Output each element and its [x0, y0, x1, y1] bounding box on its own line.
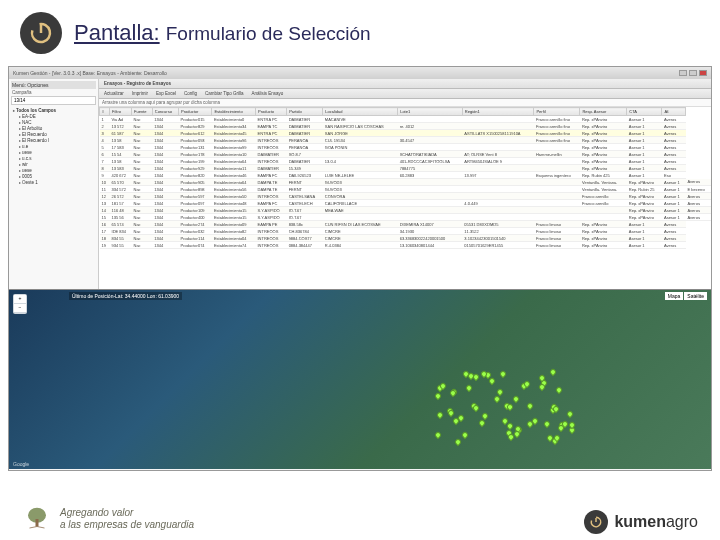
table-row[interactable]: 13181 57Nac1344Productor097Establecimien… — [100, 200, 712, 207]
map-marker[interactable] — [512, 394, 520, 402]
column-header[interactable]: Región1 — [462, 108, 534, 116]
table-cell: EAMPA TC — [256, 123, 287, 130]
map-marker[interactable] — [478, 419, 486, 427]
map-type-satelite[interactable]: Satélite — [684, 292, 707, 300]
table-row[interactable]: 615 54Nac1344Productor178Establecimiento… — [100, 151, 712, 158]
table-cell: GOA PONIN — [323, 144, 398, 151]
cambiar-button[interactable]: Cambiar Tipo Grilla — [203, 91, 246, 96]
table-row[interactable]: 213 572Nac1344Productor829Establecimient… — [100, 123, 712, 130]
map-marker[interactable] — [542, 420, 550, 428]
campana-select[interactable]: 13/14 — [11, 96, 96, 105]
column-header[interactable]: Establecimiento — [212, 108, 256, 116]
table-cell: Productor612 — [179, 130, 212, 137]
column-header[interactable]: Filtro — [110, 108, 132, 116]
table-cell: 3 — [100, 130, 110, 137]
table-row[interactable]: 361 587Nac1344Productor612Establecimient… — [100, 130, 712, 137]
table-row[interactable]: 1665 574Nac1344Productor274Establecimien… — [100, 221, 712, 228]
tab-ensayos[interactable]: Ensayos - Registro de Ensayos — [102, 81, 173, 86]
table-cell: Establecimiento45 — [212, 130, 256, 137]
map-marker[interactable] — [464, 384, 472, 392]
table-cell: 05531 D8XXDMD5 — [462, 221, 534, 228]
table-cell: Establecimiento74 — [212, 242, 256, 249]
table-row[interactable]: 11334 572Nac1344Productor898Establecimie… — [100, 186, 712, 193]
map-marker[interactable] — [434, 431, 442, 439]
analizar-button[interactable]: Análisis Ensayo — [250, 91, 286, 96]
maximize-button[interactable] — [689, 70, 697, 76]
map-marker[interactable] — [461, 431, 469, 439]
close-button[interactable] — [699, 70, 707, 76]
map-marker[interactable] — [526, 401, 534, 409]
map-marker[interactable] — [435, 410, 443, 418]
data-grid[interactable]: #FiltroFuenteConcursoProductorEstablecim… — [99, 107, 711, 289]
column-header[interactable]: Partido — [287, 108, 323, 116]
table-cell: 1344 — [152, 242, 178, 249]
table-row[interactable]: 413 58Nac1344Productor093Establecimiento… — [100, 137, 712, 144]
column-header[interactable]: Resp. Asesor — [580, 108, 627, 116]
table-cell: 17 583 — [110, 144, 132, 151]
column-header[interactable]: # — [100, 108, 110, 116]
table-cell: 1344 — [152, 179, 178, 186]
column-header[interactable]: Af. — [662, 108, 686, 116]
table-cell: Rep. xPAnviro — [627, 193, 662, 200]
table-cell: DAIMATIER — [287, 158, 323, 165]
table-cell: Ventanilla. Ventana. — [580, 179, 627, 186]
table-row[interactable]: 18834 55Nac1344Productor114Establecimien… — [100, 235, 712, 242]
table-cell: Averos — [662, 228, 686, 235]
map-type-mapa[interactable]: Mapa — [665, 292, 684, 300]
map-marker[interactable] — [506, 433, 514, 441]
map-marker[interactable] — [555, 386, 563, 394]
table-cell: 1 — [100, 116, 110, 123]
table-cell: Franco limoso — [534, 221, 580, 228]
table-cell: Franco limoso — [534, 228, 580, 235]
map[interactable]: + − Último de Posición-Lat: 34.44000 Lon… — [9, 289, 711, 469]
column-header[interactable]: Lote1 — [398, 108, 463, 116]
table-row[interactable]: 1065 570Nac1344Productor905Establecimien… — [100, 179, 712, 186]
table-cell: Rep. xPAnviro — [627, 200, 662, 207]
map-marker[interactable] — [434, 392, 442, 400]
refresh-button[interactable]: Actualizar — [102, 91, 126, 96]
table-row[interactable]: 1226 572Nac1344Productor597Establecimien… — [100, 193, 712, 200]
map-marker[interactable] — [499, 369, 507, 377]
table-cell: Establecimiento56 — [212, 186, 256, 193]
table-cell: Productor929 — [179, 165, 212, 172]
table-cell: CIMCRE — [323, 235, 398, 242]
table-cell: E becerro — [686, 186, 712, 193]
map-marker[interactable] — [447, 409, 455, 417]
table-row[interactable]: 1Via AdNac1344Productor015Establecimient… — [100, 116, 712, 123]
minimize-button[interactable] — [679, 70, 687, 76]
map-marker[interactable] — [454, 438, 462, 446]
zoom-out-button[interactable]: − — [14, 304, 26, 312]
table-cell: 1344 — [152, 207, 178, 214]
table-cell: Asesor 1 — [662, 193, 686, 200]
table-row[interactable]: 813 583Nac1344Productor929Establecimient… — [100, 165, 712, 172]
column-header[interactable]: CTA — [627, 108, 662, 116]
table-cell: Nac — [132, 207, 153, 214]
zoom-in-button[interactable]: + — [14, 295, 26, 303]
excel-button[interactable]: Exp Excel — [154, 91, 178, 96]
table-cell: 5 — [100, 144, 110, 151]
brand: kumenagro — [584, 510, 698, 534]
table-row[interactable]: 713 58Nac1344Productor199Establecimiento… — [100, 158, 712, 165]
column-header[interactable]: Concurso — [152, 108, 178, 116]
table-cell: Productor199 — [179, 158, 212, 165]
print-button[interactable]: Imprimir — [130, 91, 150, 96]
map-marker[interactable] — [549, 368, 557, 376]
table-cell: 11.3522 — [462, 228, 534, 235]
table-cell: PERANOA — [287, 144, 323, 151]
table-row[interactable]: 15135 56Nac1344Productor400Establecimien… — [100, 214, 712, 221]
table-cell: Rep. Rubin 425 — [580, 172, 627, 179]
table-row[interactable]: 9420 672Nac1344Productor820Establecimien… — [100, 172, 712, 179]
column-header[interactable]: Localidad — [323, 108, 398, 116]
table-cell — [462, 123, 534, 130]
config-button[interactable]: Config — [182, 91, 199, 96]
column-header[interactable]: Fuente — [132, 108, 153, 116]
map-marker[interactable] — [566, 410, 574, 418]
tree-item[interactable]: Oeste 1 — [11, 179, 96, 185]
column-header[interactable]: Productor — [179, 108, 212, 116]
column-header[interactable]: Producto — [256, 108, 287, 116]
table-row[interactable]: 517 583Nac1344Productor131Establecimient… — [100, 144, 712, 151]
column-header[interactable]: Perfil — [534, 108, 580, 116]
table-row[interactable]: 14116 48Nac1344Productor109Establecimien… — [100, 207, 712, 214]
table-row[interactable]: 19934 55Nac1344Productor074Establecimien… — [100, 242, 712, 249]
table-row[interactable]: 17IDE 834Nac1344Productor032Establecimie… — [100, 228, 712, 235]
